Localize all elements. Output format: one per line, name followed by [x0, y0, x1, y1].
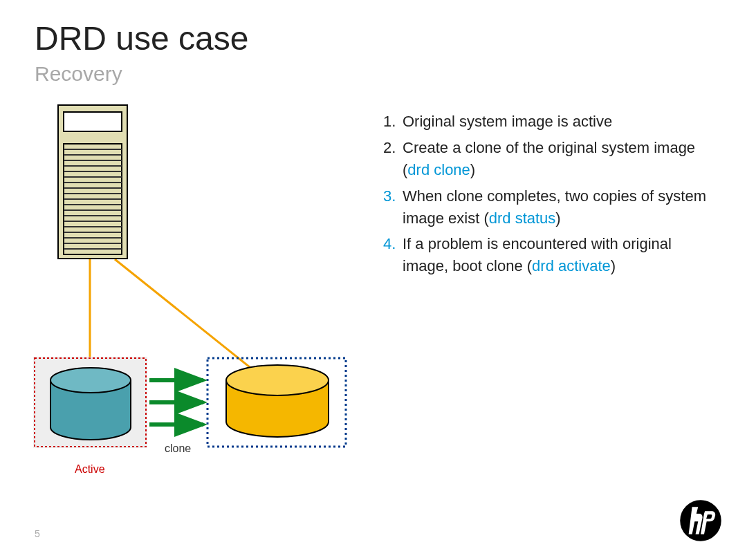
- clone-label: clone: [165, 442, 191, 455]
- steps-list: 1.Original system image is active2.Creat…: [382, 111, 721, 281]
- step-item: 2.Create a clone of the original system …: [382, 137, 721, 181]
- svg-point-31: [50, 368, 131, 393]
- hp-logo-icon: [679, 499, 722, 542]
- slide-subtitle: Recovery: [35, 62, 122, 86]
- slide-title: DRD use case: [35, 19, 248, 57]
- page-number: 5: [35, 528, 40, 539]
- step-item: 3.When clone completes, two copies of sy…: [382, 185, 721, 230]
- svg-point-36: [226, 365, 329, 395]
- active-label: Active: [75, 463, 105, 476]
- slide: DRD use case Recovery 1.Original system …: [0, 0, 747, 560]
- step-item: 4.If a problem is encountered with origi…: [382, 233, 721, 277]
- recovery-diagram: [32, 104, 357, 463]
- active-disk-icon: [50, 368, 131, 440]
- clone-disk-icon: [226, 365, 329, 437]
- svg-rect-3: [64, 112, 122, 131]
- step-item: 1.Original system image is active: [382, 111, 721, 133]
- clone-arrows-icon: [149, 380, 203, 424]
